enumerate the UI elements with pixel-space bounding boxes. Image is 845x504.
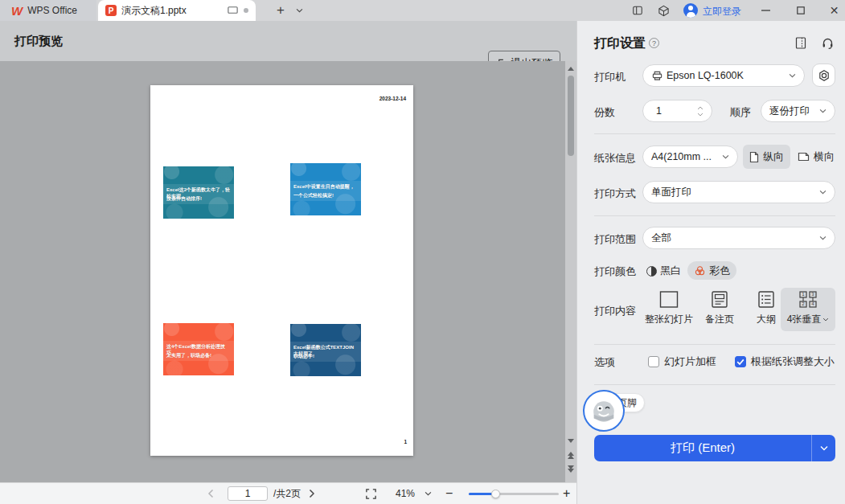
content-notes-option[interactable]: 备注页 — [695, 288, 745, 331]
portrait-page-icon — [749, 151, 759, 163]
user-avatar[interactable] — [683, 3, 698, 18]
page-date: 2023-12-14 — [379, 96, 406, 101]
zoom-level[interactable]: 41% — [396, 483, 415, 504]
printer-select[interactable]: Epson LQ-1600K — [642, 64, 805, 87]
paper-label: 纸张信息 — [594, 151, 636, 166]
print-layout-icon[interactable] — [794, 36, 807, 50]
ai-assistant-robot-icon[interactable] — [583, 390, 625, 432]
content-option-label: 整张幻灯片 — [645, 313, 693, 326]
app-brand[interactable]: W WPS Office — [0, 0, 96, 21]
zoom-out-button[interactable]: − — [445, 483, 453, 504]
stepper-arrows-icon[interactable] — [697, 106, 703, 117]
print-settings-panel: 打印设置 ? 打印机 Epson LQ-1600K 份数 1 顺序 逐份打印 纸… — [576, 21, 845, 504]
next-page-button[interactable] — [309, 483, 315, 504]
orientation-landscape-button[interactable]: 横向 — [791, 145, 841, 169]
fit-to-window-icon[interactable] — [365, 483, 377, 504]
content-full-slide-option[interactable]: 整张幻灯片 — [644, 288, 694, 331]
zoom-chevron-icon[interactable] — [425, 483, 432, 504]
chevron-down-icon — [819, 236, 827, 240]
content-outline-option[interactable]: 大纲 — [747, 288, 786, 331]
content-4-vertical-option[interactable]: 13 24 4张垂直 — [781, 288, 835, 331]
previous-page-icon[interactable] — [568, 452, 574, 459]
help-icon[interactable]: ? — [649, 38, 659, 48]
svg-text:1: 1 — [802, 292, 805, 297]
page-title: 打印预览 — [14, 21, 63, 61]
printer-label: 打印机 — [594, 70, 626, 84]
slide-thumbnail-4: Excel新函数公式TEXTJOIN太好用了 职场必学! — [290, 324, 361, 376]
zoom-in-button[interactable]: + — [563, 483, 570, 504]
slide-1-line-2: 按条件自动排序! — [166, 195, 232, 202]
range-value: 全部 — [651, 232, 819, 245]
preview-page: 2023-12-14 Excel这2个新函数太牛了，轻松实现 按条件自动排序! … — [150, 85, 413, 456]
outline-icon — [756, 290, 777, 309]
print-button[interactable]: 打印 (Enter) — [594, 435, 835, 461]
color-bw-option[interactable]: 黑白 — [646, 264, 681, 278]
prev-page-button[interactable] — [207, 483, 214, 504]
maximize-button[interactable] — [790, 0, 812, 21]
print-content-label: 打印内容 — [594, 304, 636, 318]
apps-cube-icon[interactable] — [655, 0, 671, 21]
page-number-input[interactable] — [228, 486, 268, 501]
landscape-label: 横向 — [814, 150, 835, 164]
tab-title: 演示文稿1.pptx — [121, 4, 222, 18]
zoom-slider[interactable] — [469, 493, 559, 495]
gear-icon — [818, 69, 831, 82]
print-options-chevron[interactable] — [811, 435, 835, 461]
full-slide-icon — [658, 290, 679, 309]
chevron-down-icon — [722, 154, 729, 159]
divider — [594, 344, 835, 345]
present-mode-icon[interactable] — [227, 5, 239, 16]
split-view-icon[interactable] — [630, 0, 646, 21]
bw-circle-icon — [646, 266, 657, 277]
minimize-button[interactable] — [754, 0, 777, 21]
print-method-select[interactable]: 单面打印 — [642, 181, 835, 203]
portrait-label: 纵向 — [763, 150, 784, 164]
close-button[interactable]: ✕ — [823, 0, 845, 21]
svg-text:3: 3 — [811, 292, 814, 297]
checkbox-unchecked[interactable] — [648, 356, 659, 367]
landscape-page-icon — [798, 152, 810, 162]
wps-logo-icon: W — [11, 5, 23, 17]
option-frame-slides[interactable]: 幻灯片加框 — [648, 354, 716, 369]
order-label: 顺序 — [730, 105, 751, 120]
slide-thumbnail-3: 这4个Excel数据分析处理技巧， 太实用了，职场必备! — [163, 323, 234, 375]
bw-label: 黑白 — [660, 264, 681, 278]
preview-header: 打印预览 退出预览 — [0, 21, 576, 61]
svg-text:2: 2 — [802, 301, 805, 306]
print-range-select[interactable]: 全部 — [642, 227, 835, 249]
divider — [594, 384, 835, 385]
login-link[interactable]: 立即登录 — [703, 5, 741, 18]
preview-canvas[interactable]: 2023-12-14 Excel这2个新函数太牛了，轻松实现 按条件自动排序! … — [0, 61, 565, 482]
document-tab[interactable]: P 演示文稿1.pptx — [98, 0, 256, 21]
slide-2-line-2: 一个公式轻松搞定! — [293, 192, 359, 199]
order-select[interactable]: 逐份打印 — [761, 100, 835, 122]
color-color-option[interactable]: 彩色 — [687, 261, 736, 280]
slide-thumbnail-2: Excel中设置生日自动提醒， 一个公式轻松搞定! — [290, 163, 361, 215]
print-color-label: 打印颜色 — [594, 264, 636, 279]
new-tab-button[interactable]: + — [272, 0, 289, 21]
support-headset-icon[interactable] — [821, 36, 835, 50]
option-scale-to-paper[interactable]: 根据纸张调整大小 — [735, 354, 835, 369]
printer-icon — [651, 70, 663, 81]
paper-size-select[interactable]: A4(210mm ... — [642, 145, 738, 168]
content-option-label: 备注页 — [705, 313, 734, 326]
frame-slides-label: 幻灯片加框 — [664, 354, 716, 369]
copies-stepper[interactable]: 1 — [642, 100, 712, 122]
zoom-slider-thumb[interactable] — [491, 490, 500, 498]
range-label: 打印范围 — [594, 232, 636, 247]
copies-label: 份数 — [594, 105, 615, 120]
slide-3-line-2: 太实用了，职场必备! — [166, 352, 232, 359]
scroll-up-icon[interactable] — [568, 67, 574, 71]
notes-page-icon — [709, 290, 730, 309]
next-page-icon[interactable] — [568, 465, 574, 473]
checkbox-checked[interactable] — [735, 356, 746, 367]
chevron-down-icon — [789, 73, 796, 78]
scrollbar-thumb[interactable] — [568, 76, 574, 156]
printer-properties-button[interactable] — [812, 64, 835, 87]
scroll-down-icon[interactable] — [568, 439, 574, 443]
slide-thumbnail-1: Excel这2个新函数太牛了，轻松实现 按条件自动排序! — [163, 166, 234, 219]
orientation-portrait-button[interactable]: 纵向 — [743, 145, 790, 169]
order-value: 逐份打印 — [769, 104, 819, 118]
tab-list-chevron-icon[interactable] — [291, 0, 307, 21]
vertical-scrollbar[interactable] — [565, 61, 576, 482]
